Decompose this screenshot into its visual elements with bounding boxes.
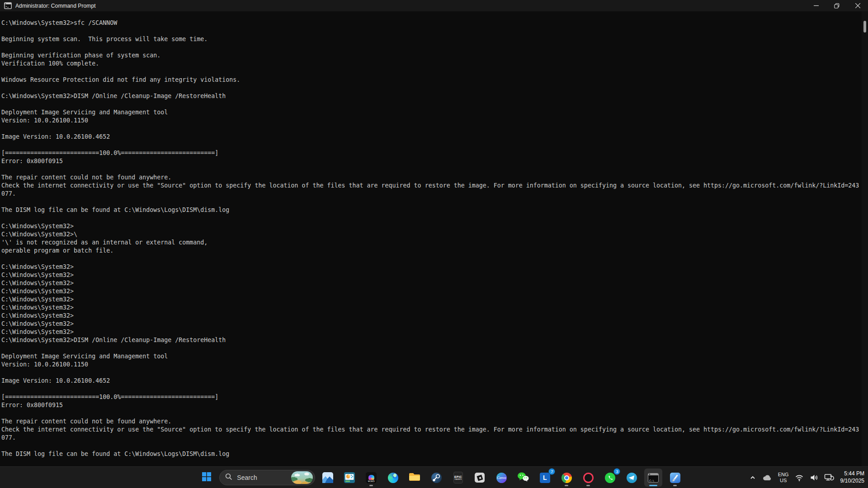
window-controls [806, 0, 868, 11]
system-tray: ENG US [749, 467, 864, 488]
whatsapp-notification-badge: 3 [613, 468, 620, 475]
file-explorer-icon [409, 472, 420, 483]
terminal-line: Deployment Image Servicing and Managemen… [1, 352, 862, 361]
wifi-icon[interactable] [795, 474, 804, 482]
windows-update-icon[interactable] [824, 474, 835, 482]
taskbar-item-sword-app[interactable] [666, 469, 684, 487]
taskbar-item-wechat[interactable] [514, 469, 532, 487]
terminal-line [1, 198, 862, 206]
photos-icon [322, 472, 333, 483]
taskbar: Search [0, 466, 868, 488]
taskbar-item-epic-games[interactable]: EPIC GAMES [449, 469, 467, 487]
taskbar-item-steam[interactable] [427, 469, 445, 487]
taskbar-item-command-prompt[interactable]: C:\_ [644, 469, 662, 487]
taskbar-item-canva[interactable]: Canva [492, 469, 510, 487]
active-running-indicator [649, 485, 657, 486]
terminal-line: C:\Windows\System32> [1, 222, 862, 230]
sword-app-icon [670, 473, 680, 483]
running-indicator [586, 485, 590, 486]
terminal-line [1, 100, 862, 108]
volume-icon[interactable] [810, 474, 818, 482]
terminal-line [1, 84, 862, 92]
tray-time: 5:44 PM [840, 470, 864, 478]
opera-gx-icon [583, 473, 594, 483]
m365-copilot-icon: M365 [366, 472, 377, 483]
terminal-line: The repair content could not be found an… [1, 174, 862, 182]
window-title: Administrator: Command Prompt [15, 3, 96, 9]
taskbar-item-m365-copilot[interactable]: M365 [362, 469, 380, 487]
titlebar: Administrator: Command Prompt [0, 0, 868, 11]
terminal-line: Beginning system scan. This process will… [1, 35, 862, 43]
terminal-line: Image Version: 10.0.26100.4652 [1, 377, 862, 385]
terminal-line: C:\Windows\System32>DISM /Online /Cleanu… [1, 92, 862, 100]
terminal-line: 077. [1, 190, 862, 198]
terminal-line [1, 125, 862, 133]
steam-icon [431, 473, 442, 483]
tray-clock[interactable]: 5:44 PM 9/10/2025 [840, 470, 864, 484]
terminal-line: Beginning verification phase of system s… [1, 52, 862, 60]
epic-games-icon: EPIC GAMES [453, 472, 463, 483]
task-manager-icon [344, 472, 355, 483]
taskbar-item-l-app[interactable]: L 7 [536, 469, 554, 487]
terminal-line: C:\Windows\System32>sfc /SCANNOW [1, 19, 862, 27]
taskbar-item-whatsapp[interactable]: 3 [601, 469, 619, 487]
terminal-line [1, 165, 862, 174]
terminal-line: operable program or batch file. [1, 247, 862, 255]
terminal-line: Windows Resource Protection did not find… [1, 76, 862, 84]
terminal-line [1, 255, 862, 263]
taskbar-item-roblox[interactable] [471, 469, 489, 487]
taskbar-center: Search [198, 467, 684, 488]
terminal-line [1, 385, 862, 393]
terminal-line: Deployment Image Servicing and Managemen… [1, 108, 862, 117]
taskbar-item-edge[interactable] [384, 469, 402, 487]
bing-daily-image[interactable] [291, 471, 313, 484]
command-prompt-icon: C:\_ [648, 473, 659, 483]
terminal-line: C:\Windows\System32> [1, 287, 862, 296]
terminal-line: Check the internet connectivity or use t… [1, 182, 862, 190]
running-indicator [565, 485, 568, 486]
onedrive-cloud-icon[interactable] [762, 474, 772, 482]
minimize-button[interactable] [806, 0, 826, 11]
canva-icon: Canva [496, 473, 507, 483]
running-indicator [369, 485, 373, 486]
tray-chevron-up-icon[interactable] [749, 474, 756, 481]
close-button[interactable] [847, 0, 868, 11]
search-placeholder: Search [237, 474, 287, 481]
terminal-line: C:\Windows\System32> [1, 279, 862, 287]
search-icon [225, 473, 232, 482]
scrollbar[interactable] [862, 11, 868, 466]
terminal-line: C:\Windows\System32> [1, 320, 862, 328]
terminal-line: C:\Windows\System32> [1, 312, 862, 320]
l-app-icon: L [540, 473, 550, 483]
taskbar-item-photos[interactable] [319, 469, 337, 487]
wechat-icon [517, 472, 529, 484]
terminal-line [1, 68, 862, 76]
l-app-notification-badge: 7 [548, 468, 555, 475]
terminal-line: The DISM log file can be found at C:\Win… [1, 206, 862, 214]
roblox-icon [475, 473, 485, 483]
terminal-output[interactable]: C:\Windows\System32>sfc /SCANNOWBeginnin… [0, 11, 862, 466]
terminal-line: The DISM log file can be found at C:\Win… [1, 450, 862, 458]
terminal-line: C:\Windows\System32> [1, 328, 862, 336]
taskbar-item-opera-gx[interactable] [579, 469, 597, 487]
terminal-line [1, 43, 862, 52]
windows-logo-icon [202, 472, 212, 483]
telegram-icon [627, 473, 637, 483]
language-indicator[interactable]: ENG US [778, 472, 789, 483]
terminal-line [1, 141, 862, 149]
scrollbar-thumb[interactable] [863, 21, 866, 33]
terminal-line: C:\Windows\System32> [1, 304, 862, 312]
terminal-line: C:\Windows\System32> [1, 263, 862, 271]
terminal-line [1, 369, 862, 377]
running-indicator [673, 485, 677, 486]
tray-date: 9/10/2025 [840, 478, 864, 485]
terminal-line [1, 27, 862, 35]
taskbar-item-chrome[interactable] [557, 469, 576, 487]
whatsapp-icon [605, 473, 615, 483]
taskbar-item-file-explorer[interactable] [406, 469, 424, 487]
taskbar-item-task-manager[interactable] [340, 469, 359, 487]
restore-button[interactable] [826, 0, 847, 11]
start-button[interactable] [198, 469, 216, 487]
search-input[interactable]: Search [219, 470, 315, 485]
taskbar-item-telegram[interactable] [623, 469, 641, 487]
